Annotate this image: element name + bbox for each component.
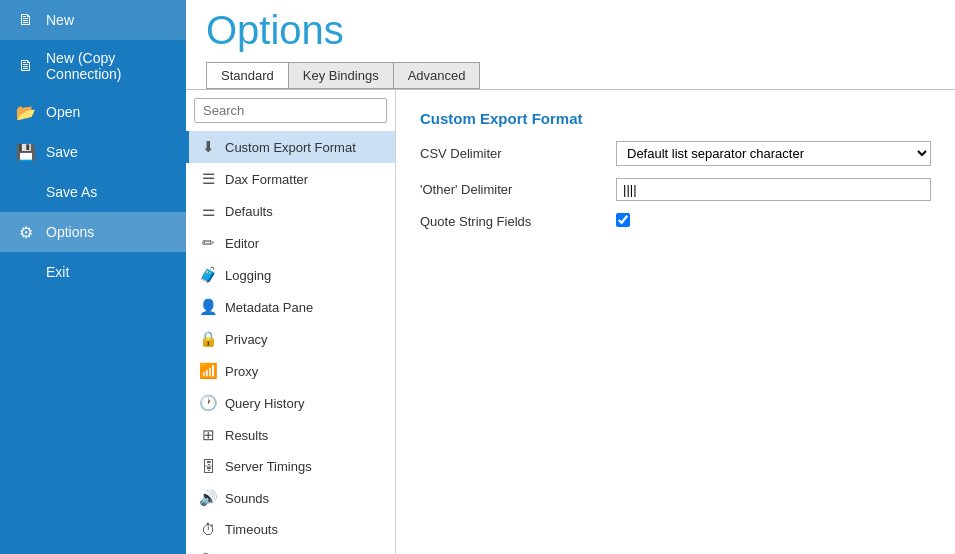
options-icon: ⚙ bbox=[16, 223, 36, 242]
results-icon: ⊞ bbox=[199, 426, 217, 444]
settings-item-label: Metadata Pane bbox=[225, 300, 313, 315]
open-icon: 📂 bbox=[16, 103, 36, 122]
csv-delimiter-label: CSV Delimiter bbox=[420, 146, 600, 161]
save-icon: 💾 bbox=[16, 143, 36, 162]
tabs-wrapper: Standard Key Bindings Advanced bbox=[186, 56, 955, 90]
settings-item-trace[interactable]: 🔍 Trace bbox=[186, 545, 395, 554]
sidebar-item-options[interactable]: ⚙ Options bbox=[0, 212, 186, 252]
sidebar-item-new[interactable]: 🗎 New bbox=[0, 0, 186, 40]
csv-delimiter-select[interactable]: Default list separator character Comma S… bbox=[616, 141, 931, 166]
settings-item-results[interactable]: ⊞ Results bbox=[186, 419, 395, 451]
sidebar-item-save[interactable]: 💾 Save bbox=[0, 132, 186, 172]
settings-item-label: Server Timings bbox=[225, 459, 312, 474]
settings-item-privacy[interactable]: 🔒 Privacy bbox=[186, 323, 395, 355]
sidebar-item-label-new-copy: New (Copy Connection) bbox=[46, 50, 170, 82]
settings-item-label: Custom Export Format bbox=[225, 140, 356, 155]
settings-item-query-history[interactable]: 🕐 Query History bbox=[186, 387, 395, 419]
settings-item-label: Privacy bbox=[225, 332, 268, 347]
settings-item-label: Dax Formatter bbox=[225, 172, 308, 187]
sidebar-item-exit[interactable]: Exit bbox=[0, 252, 186, 292]
quote-string-fields-label: Quote String Fields bbox=[420, 214, 600, 229]
tab-key-bindings[interactable]: Key Bindings bbox=[289, 63, 394, 88]
content-area: ⬇ Custom Export Format ☰ Dax Formatter ⚌… bbox=[186, 90, 955, 554]
new-copy-icon: 🗎 bbox=[16, 57, 36, 75]
detail-row-csv-delimiter: CSV Delimiter Default list separator cha… bbox=[420, 141, 931, 166]
sidebar-item-open[interactable]: 📂 Open bbox=[0, 92, 186, 132]
custom-export-format-icon: ⬇ bbox=[199, 138, 217, 156]
page-title: Options bbox=[206, 8, 935, 52]
metadata-pane-icon: 👤 bbox=[199, 298, 217, 316]
settings-item-proxy[interactable]: 📶 Proxy bbox=[186, 355, 395, 387]
settings-item-sounds[interactable]: 🔊 Sounds bbox=[186, 482, 395, 514]
settings-item-label: Proxy bbox=[225, 364, 258, 379]
quote-string-fields-checkbox[interactable] bbox=[616, 213, 630, 227]
other-delimiter-label: 'Other' Delimiter bbox=[420, 182, 600, 197]
main-content: Options Standard Key Bindings Advanced ⬇… bbox=[186, 0, 955, 554]
sounds-icon: 🔊 bbox=[199, 489, 217, 507]
detail-row-quote-string-fields: Quote String Fields bbox=[420, 213, 931, 230]
sidebar-item-save-as[interactable]: Save As bbox=[0, 172, 186, 212]
sidebar-item-label-open: Open bbox=[46, 104, 80, 120]
sidebar-item-label-exit: Exit bbox=[46, 264, 69, 280]
editor-icon: ✏ bbox=[199, 234, 217, 252]
settings-item-label: Logging bbox=[225, 268, 271, 283]
tabs-bar: Standard Key Bindings Advanced bbox=[206, 62, 480, 89]
proxy-icon: 📶 bbox=[199, 362, 217, 380]
settings-item-custom-export-format[interactable]: ⬇ Custom Export Format bbox=[186, 131, 395, 163]
sidebar-item-label-options: Options bbox=[46, 224, 94, 240]
settings-sidebar: ⬇ Custom Export Format ☰ Dax Formatter ⚌… bbox=[186, 90, 396, 554]
settings-item-label: Editor bbox=[225, 236, 259, 251]
settings-item-server-timings[interactable]: 🗄 Server Timings bbox=[186, 451, 395, 482]
settings-item-defaults[interactable]: ⚌ Defaults bbox=[186, 195, 395, 227]
sidebar-item-label-new: New bbox=[46, 12, 74, 28]
sidebar-item-label-save: Save bbox=[46, 144, 78, 160]
sidebar: 🗎 New 🗎 New (Copy Connection) 📂 Open 💾 S… bbox=[0, 0, 186, 554]
new-icon: 🗎 bbox=[16, 11, 36, 29]
settings-item-timeouts[interactable]: ⏱ Timeouts bbox=[186, 514, 395, 545]
csv-delimiter-control: Default list separator character Comma S… bbox=[616, 141, 931, 166]
settings-detail: Custom Export Format CSV Delimiter Defau… bbox=[396, 90, 955, 554]
query-history-icon: 🕐 bbox=[199, 394, 217, 412]
settings-item-logging[interactable]: 🧳 Logging bbox=[186, 259, 395, 291]
timeouts-icon: ⏱ bbox=[199, 521, 217, 538]
tab-advanced[interactable]: Advanced bbox=[394, 63, 480, 88]
search-input[interactable] bbox=[194, 98, 387, 123]
quote-string-fields-control bbox=[616, 213, 931, 230]
sidebar-item-label-save-as: Save As bbox=[46, 184, 97, 200]
settings-item-dax-formatter[interactable]: ☰ Dax Formatter bbox=[186, 163, 395, 195]
tab-standard[interactable]: Standard bbox=[207, 63, 289, 88]
detail-row-other-delimiter: 'Other' Delimiter bbox=[420, 178, 931, 201]
detail-title: Custom Export Format bbox=[420, 110, 931, 127]
server-timings-icon: 🗄 bbox=[199, 458, 217, 475]
settings-item-label: Defaults bbox=[225, 204, 273, 219]
sidebar-item-new-copy[interactable]: 🗎 New (Copy Connection) bbox=[0, 40, 186, 92]
dax-formatter-icon: ☰ bbox=[199, 170, 217, 188]
other-delimiter-input[interactable] bbox=[616, 178, 931, 201]
other-delimiter-control bbox=[616, 178, 931, 201]
logging-icon: 🧳 bbox=[199, 266, 217, 284]
privacy-icon: 🔒 bbox=[199, 330, 217, 348]
settings-item-metadata-pane[interactable]: 👤 Metadata Pane bbox=[186, 291, 395, 323]
settings-item-editor[interactable]: ✏ Editor bbox=[186, 227, 395, 259]
settings-item-label: Query History bbox=[225, 396, 304, 411]
settings-item-label: Sounds bbox=[225, 491, 269, 506]
settings-list: ⬇ Custom Export Format ☰ Dax Formatter ⚌… bbox=[186, 131, 395, 554]
defaults-icon: ⚌ bbox=[199, 202, 217, 220]
header: Options bbox=[186, 0, 955, 56]
settings-item-label: Timeouts bbox=[225, 522, 278, 537]
settings-item-label: Results bbox=[225, 428, 268, 443]
